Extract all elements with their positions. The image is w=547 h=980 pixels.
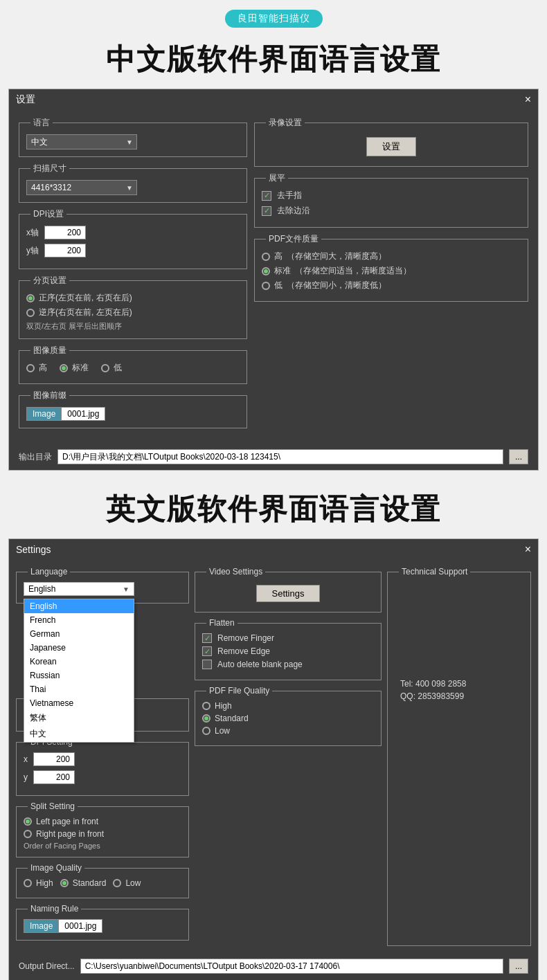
- zh-imageprefix-label: 图像前缀: [30, 390, 69, 401]
- en-dpi-x-input[interactable]: [33, 752, 75, 766]
- zh-pdf-low-label: 低: [274, 280, 283, 291]
- en-close-button[interactable]: ×: [525, 543, 531, 556]
- en-split-radio2[interactable]: [24, 830, 32, 838]
- zh-iq-low-label: 低: [114, 362, 122, 374]
- en-flatten-cb3-label: Auto delete blank page: [217, 660, 303, 669]
- zh-pdf-high-row[interactable]: 高 （存储空间大，清晰度高）: [262, 251, 521, 262]
- en-tech-label: Technical Support: [399, 567, 470, 577]
- zh-dialog: 设置 × 语言 中文 扫描尺寸 4416*3312: [8, 89, 539, 471]
- en-dpi-x-row: x: [24, 752, 181, 766]
- zh-video-btn[interactable]: 设置: [366, 137, 416, 156]
- zh-iq-low-radio[interactable]: [101, 364, 109, 372]
- zh-scansize-group: 扫描尺寸 4416*3312: [19, 163, 247, 203]
- en-iq-low-label: Low: [125, 878, 141, 888]
- zh-flatten-cb2-row[interactable]: 去除边沿: [262, 205, 521, 217]
- en-pdf-high-radio[interactable]: [202, 702, 210, 710]
- en-lang-option-english[interactable]: English: [24, 599, 134, 613]
- zh-split-option1-label: 正序(左页在前, 右页在后): [39, 292, 132, 304]
- zh-split-label: 分页设置: [30, 275, 69, 287]
- en-iq-standard-label: Standard: [73, 878, 107, 888]
- en-iq-high-row[interactable]: High: [24, 878, 53, 888]
- en-lang-option-vietnamese[interactable]: Vietnamese: [24, 696, 134, 710]
- en-flatten-cb1-row[interactable]: Remove Finger: [202, 633, 374, 643]
- zh-language-select-wrapper[interactable]: 中文: [26, 134, 137, 149]
- en-flatten-cb3-row[interactable]: Auto delete blank page: [202, 660, 374, 669]
- zh-flatten-cb2[interactable]: [262, 206, 271, 216]
- zh-dpi-x-input[interactable]: [44, 226, 86, 239]
- en-dpi-y-input[interactable]: [33, 770, 75, 784]
- zh-iq-standard-row[interactable]: 标准: [60, 362, 89, 374]
- en-iq-low-radio[interactable]: [113, 879, 121, 887]
- zh-scansize-select-wrapper[interactable]: 4416*3312: [26, 180, 137, 195]
- app-badge: 良田智能扫描仪: [225, 10, 323, 28]
- en-iq-standard-row[interactable]: Standard: [60, 878, 107, 888]
- zh-dpi-y-input[interactable]: [44, 244, 86, 257]
- en-video-btn[interactable]: Settings: [256, 585, 321, 602]
- zh-browse-button[interactable]: ...: [509, 449, 528, 464]
- en-iq-low-row[interactable]: Low: [113, 878, 141, 888]
- en-flatten-cb3[interactable]: [202, 660, 212, 669]
- en-iq-standard-radio[interactable]: [60, 879, 69, 887]
- en-pdf-standard-row[interactable]: Standard: [202, 714, 374, 723]
- en-browse-button[interactable]: ...: [509, 959, 528, 974]
- zh-flatten-cb1-row[interactable]: 去手指: [262, 190, 521, 201]
- en-pdf-standard-radio[interactable]: [202, 714, 210, 723]
- zh-iq-high-radio[interactable]: [26, 364, 35, 372]
- en-pdf-low-label: Low: [215, 726, 230, 736]
- zh-left-col: 语言 中文 扫描尺寸 4416*3312 DPI设置: [19, 117, 247, 434]
- en-pdf-low-radio[interactable]: [202, 727, 210, 735]
- zh-pdf-standard-row[interactable]: 标准 （存储空间适当，清晰度适当）: [262, 265, 521, 277]
- en-flatten-cb2[interactable]: [202, 646, 212, 656]
- en-language-dropdown[interactable]: English ▼ English French German Japanese…: [24, 582, 181, 596]
- zh-split-option2-row[interactable]: 逆序(右页在前, 左页在后): [26, 307, 240, 318]
- en-lang-option-russian[interactable]: Russian: [24, 669, 134, 682]
- zh-close-button[interactable]: ×: [525, 93, 531, 106]
- en-lang-option-traditional[interactable]: 繁体: [24, 710, 134, 726]
- en-language-group: Language English ▼ English French German…: [16, 567, 189, 604]
- zh-iq-low-row[interactable]: 低: [101, 362, 122, 374]
- zh-flatten-group: 展平 去手指 去除边沿: [254, 172, 528, 228]
- zh-split-group: 分页设置 正序(左页在前, 右页在后) 逆序(右页在前, 左页在后) 双页/左右…: [19, 275, 247, 339]
- zh-output-path[interactable]: [57, 449, 503, 464]
- en-lang-option-korean[interactable]: Korean: [24, 655, 134, 669]
- en-dialog-title: Settings: [16, 544, 51, 555]
- en-prefix-value: 0001.jpg: [59, 919, 102, 933]
- zh-flatten-cb1[interactable]: [262, 191, 271, 201]
- zh-pdf-high-radio[interactable]: [262, 253, 270, 261]
- zh-iq-high-row[interactable]: 高: [26, 362, 47, 374]
- en-split-radio1[interactable]: [24, 817, 32, 826]
- zh-scansize-select[interactable]: 4416*3312: [26, 180, 137, 195]
- zh-dpi-group: DPI设置 x轴 y轴: [19, 208, 247, 269]
- en-split-option2-row[interactable]: Right page in front: [24, 829, 181, 839]
- zh-language-select[interactable]: 中文: [26, 134, 137, 149]
- en-lang-option-chinese[interactable]: 中文: [24, 726, 134, 742]
- en-language-select-display[interactable]: English ▼: [24, 582, 134, 596]
- en-lang-option-german[interactable]: German: [24, 627, 134, 641]
- en-lang-option-french[interactable]: French: [24, 613, 134, 627]
- en-lang-option-japanese[interactable]: Japanese: [24, 641, 134, 655]
- zh-output-label: 输出目录: [19, 451, 52, 463]
- en-split-option1-row[interactable]: Left page in front: [24, 817, 181, 826]
- zh-iq-standard-radio[interactable]: [60, 364, 68, 372]
- zh-split-radio2[interactable]: [26, 309, 35, 317]
- en-tech-content: Tel: 400 098 2858 QQ: 2853983599: [395, 582, 523, 707]
- en-output-path[interactable]: [80, 959, 503, 974]
- zh-prefix-row: Image 0001.jpg: [26, 407, 240, 421]
- zh-language-group: 语言 中文: [19, 117, 247, 157]
- zh-right-col: 录像设置 设置 展平 去手指 去除边沿 PDF文件质量: [254, 117, 528, 434]
- en-flatten-cb2-row[interactable]: Remove Edge: [202, 646, 374, 656]
- zh-dpi-label: DPI设置: [30, 208, 66, 220]
- zh-pdf-low-radio[interactable]: [262, 282, 270, 290]
- zh-titlebar: 设置 ×: [9, 89, 538, 110]
- zh-split-radio1[interactable]: [26, 294, 35, 302]
- en-pdf-high-row[interactable]: High: [202, 701, 374, 711]
- en-lang-option-thai[interactable]: Thai: [24, 682, 134, 696]
- zh-pdf-standard-radio[interactable]: [262, 267, 270, 275]
- zh-pdf-low-row[interactable]: 低 （存储空间小，清晰度低）: [262, 280, 521, 291]
- en-flatten-cb1[interactable]: [202, 633, 212, 643]
- en-pdf-low-row[interactable]: Low: [202, 726, 374, 736]
- en-pdf-group: PDF File Quality High Standard Low: [195, 686, 382, 746]
- zh-split-option1-row[interactable]: 正序(左页在前, 右页在后): [26, 292, 240, 304]
- en-iq-high-radio[interactable]: [24, 879, 32, 887]
- en-language-selected: English: [28, 584, 123, 594]
